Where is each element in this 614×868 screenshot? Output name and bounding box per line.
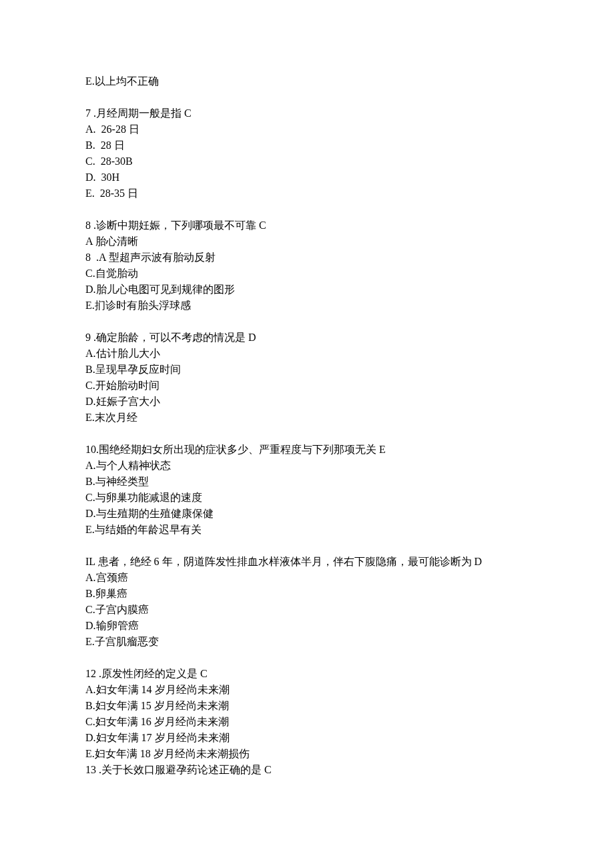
text-line: B.卵巢癌	[85, 586, 529, 602]
document-page: E.以上均不正确7 .月经周期一般是指 CA. 26-28 日B. 28 日C.…	[0, 0, 614, 818]
text-line: D.输卵管癌	[85, 618, 529, 634]
text-line: 12 .原发性闭经的定义是 C	[85, 666, 529, 682]
text-line: A.妇女年满 14 岁月经尚未来潮	[85, 682, 529, 698]
text-line: D.妇女年满 17 岁月经尚未来潮	[85, 730, 529, 746]
text-line: A.宫颈癌	[85, 570, 529, 586]
text-line: A.估计胎儿大小	[85, 346, 529, 362]
text-line: B.呈现早孕反应时间	[85, 362, 529, 378]
text-line: D.妊娠子宫大小	[85, 394, 529, 410]
text-line: A. 26-28 日	[85, 121, 529, 137]
text-line: 8 .A 型超声示波有胎动反射	[85, 250, 529, 266]
text-line: 7 .月经周期一般是指 C	[85, 105, 529, 121]
text-line: 10.围绝经期妇女所出现的症状多少、严重程度与下列那项无关 E	[85, 442, 529, 458]
text-line: C.与卵巢功能减退的速度	[85, 490, 529, 506]
text-line: C.开始胎动时间	[85, 378, 529, 394]
blank-line	[85, 426, 529, 442]
text-line: E.以上均不正确	[85, 73, 529, 89]
text-line: 13 .关于长效口服避孕药论述正确的是 C	[85, 762, 529, 778]
text-line: D.与生殖期的生殖健康保健	[85, 506, 529, 522]
text-line: C. 28-30B	[85, 153, 529, 169]
text-line: C.自觉胎动	[85, 266, 529, 282]
text-line: C.子宫内膜癌	[85, 602, 529, 618]
blank-line	[85, 89, 529, 105]
blank-line	[85, 538, 529, 554]
text-line: E.扪诊时有胎头浮球感	[85, 298, 529, 314]
text-line: 9 .确定胎龄，可以不考虑的情况是 D	[85, 330, 529, 346]
text-line: B.与神经类型	[85, 474, 529, 490]
text-line: B. 28 日	[85, 137, 529, 153]
text-line: E.末次月经	[85, 410, 529, 426]
text-line: A.与个人精神状态	[85, 458, 529, 474]
text-line: E.与结婚的年龄迟早有关	[85, 522, 529, 538]
text-line: D. 30H	[85, 169, 529, 185]
text-line: A 胎心清晰	[85, 234, 529, 250]
text-line: C.妇女年满 16 岁月经尚未来潮	[85, 714, 529, 730]
text-line: E. 28-35 日	[85, 185, 529, 201]
blank-line	[85, 314, 529, 330]
blank-line	[85, 650, 529, 666]
text-line: D.胎儿心电图可见到规律的图形	[85, 282, 529, 298]
text-line: E.子宫肌瘤恶变	[85, 634, 529, 650]
text-line: E.妇女年满 18 岁月经尚未来潮损伤	[85, 746, 529, 762]
document-body: E.以上均不正确7 .月经周期一般是指 CA. 26-28 日B. 28 日C.…	[85, 73, 529, 778]
blank-line	[85, 201, 529, 218]
text-line: IL 患者，绝经 6 年，阴道阵发性排血水样液体半月，伴右下腹隐痛，最可能诊断为…	[85, 554, 529, 570]
text-line: 8 .诊断中期妊娠，下列哪项最不可靠 C	[85, 218, 529, 234]
text-line: B.妇女年满 15 岁月经尚未来潮	[85, 698, 529, 714]
